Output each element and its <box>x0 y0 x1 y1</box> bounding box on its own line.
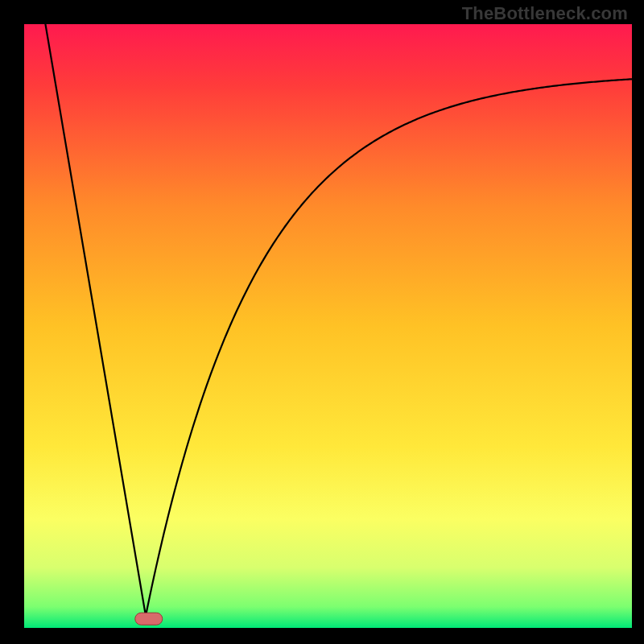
chart-frame: TheBottleneck.com <box>0 0 644 644</box>
bottleneck-chart <box>0 0 644 644</box>
plot-background <box>24 24 632 628</box>
optimal-marker <box>135 613 163 625</box>
